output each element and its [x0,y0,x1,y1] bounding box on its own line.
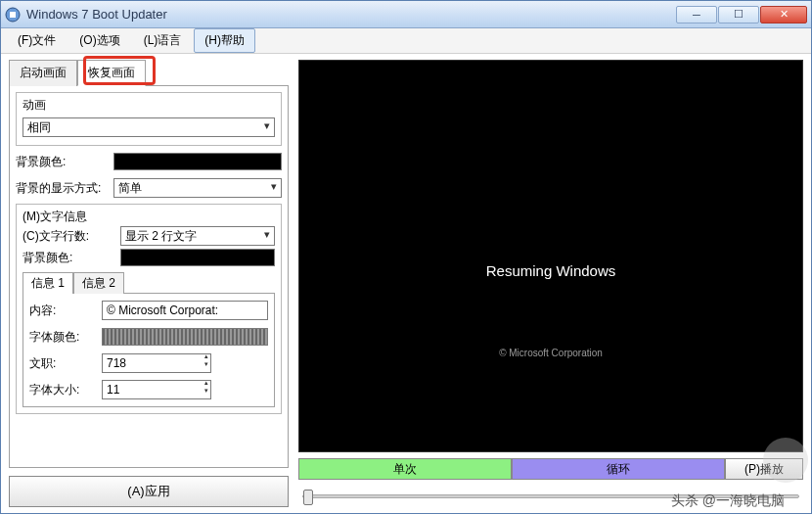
lines-value: 显示 2 行文字 [125,228,197,245]
app-icon [5,7,21,23]
lines-combo[interactable]: 显示 2 行文字 [120,226,275,246]
fontsize-label: 字体大小: [29,382,98,398]
left-panel: 启动画面 恢复画面 动画 相同 背景颜色: 背景的显示方式: [9,60,289,507]
info-subbody: 内容: 字体颜色: 文职: 718 [23,293,275,407]
once-button[interactable]: 单次 [298,458,512,480]
menu-options[interactable]: (O)选项 [68,28,130,53]
lines-label: (C)文字行数: [23,228,116,245]
fontcolor-row: 字体颜色: [29,326,268,348]
window-title: Windows 7 Boot Updater [26,7,676,22]
right-panel: Resuming Windows © Microsoft Corporation… [298,60,803,507]
maximize-button[interactable]: ☐ [718,6,759,23]
bgmode-label: 背景的显示方式: [16,180,110,197]
content-label: 内容: [29,303,98,319]
close-button[interactable]: ✕ [760,6,807,23]
preview-copyright: © Microsoft Corporation [499,348,603,358]
fontcolor-swatch[interactable] [102,328,268,346]
subtab-info2[interactable]: 信息 2 [73,272,124,294]
bgmode-row: 背景的显示方式: 简单 [16,177,282,199]
slider-thumb[interactable] [303,490,313,505]
apply-button[interactable]: (A)应用 [9,476,289,507]
menu-language[interactable]: (L)语言 [133,28,193,53]
menu-help[interactable]: (H)帮助 [194,28,255,53]
fontsize-value: 11 [107,383,119,397]
main-tabs: 启动画面 恢复画面 [9,60,289,86]
watermark-icon [763,438,808,483]
text-bgcolor-label: 背景颜色: [23,250,116,266]
fontsize-row: 字体大小: 11 [29,379,268,400]
text-info-group: (M)文字信息 (C)文字行数: 显示 2 行文字 背景颜色: 信息 1 [16,204,282,414]
fontcolor-label: 字体颜色: [29,329,98,346]
animation-combo[interactable]: 相同 [23,117,275,137]
text-bgcolor-swatch[interactable] [120,249,275,266]
text-bgcolor-row: 背景颜色: [23,247,275,268]
minimize-button[interactable]: ─ [676,6,717,23]
footer-credit: 头杀 @一海晓电脑 [671,492,785,510]
app-window: Windows 7 Boot Updater ─ ☐ ✕ (F)文件 (O)选项… [0,0,812,514]
lines-row: (C)文字行数: 显示 2 行文字 [23,225,275,247]
pos-row: 文职: 718 [29,352,268,374]
animation-group: 动画 相同 [16,92,282,146]
preview-area: Resuming Windows © Microsoft Corporation [298,60,803,452]
tab-body: 动画 相同 背景颜色: 背景的显示方式: 简单 (M)文字信息 [9,85,289,468]
tab-resume-screen[interactable]: 恢复画面 [77,60,146,86]
text-info-title: (M)文字信息 [23,209,275,225]
bgcolor-row: 背景颜色: [16,151,282,172]
pos-value: 718 [107,356,126,370]
bgmode-combo[interactable]: 简单 [113,178,282,198]
animation-label: 动画 [23,97,275,114]
window-controls: ─ ☐ ✕ [676,6,807,23]
bgcolor-swatch[interactable] [113,153,282,170]
playback-controls: 单次 循环 (P)播放 [298,458,803,480]
tab-boot-screen[interactable]: 启动画面 [9,60,77,86]
titlebar: Windows 7 Boot Updater ─ ☐ ✕ [1,1,811,28]
bgmode-value: 简单 [118,180,142,197]
content-row: 内容: [29,300,268,321]
menubar: (F)文件 (O)选项 (L)语言 (H)帮助 [1,28,811,54]
info-subtabs: 信息 1 信息 2 [23,272,275,294]
svg-rect-1 [10,12,16,18]
content-area: 启动画面 恢复画面 动画 相同 背景颜色: 背景的显示方式: [1,54,811,513]
pos-spinner[interactable]: 718 [102,353,211,373]
pos-label: 文职: [29,355,98,372]
fontsize-spinner[interactable]: 11 [102,380,211,399]
subtab-info1[interactable]: 信息 1 [23,272,73,294]
animation-value: 相同 [27,119,51,136]
menu-file[interactable]: (F)文件 [7,28,67,53]
loop-button[interactable]: 循环 [512,458,725,480]
preview-main-text: Resuming Windows [486,262,616,279]
content-input[interactable] [102,301,268,320]
bgcolor-label: 背景颜色: [16,154,110,170]
